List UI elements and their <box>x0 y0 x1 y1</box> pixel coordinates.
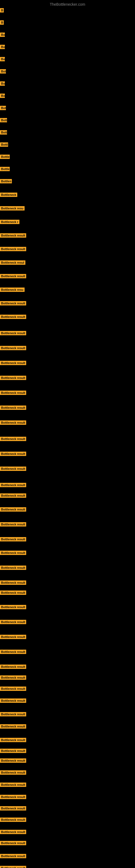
bottleneck-item: Bottleneck result <box>0 806 26 812</box>
bottleneck-item: Bottleneck result <box>0 247 26 252</box>
bottleneck-label: Bottleneck result <box>0 452 26 456</box>
bottleneck-item: Bottleneck result <box>0 758 26 764</box>
bottleneck-label: Bottleneck result <box>0 274 26 278</box>
bottleneck-item: Bottleneck resul <box>0 260 26 266</box>
bottleneck-label: Bottleneck result <box>0 565 26 570</box>
bottleneck-item: Bottleneck result <box>0 724 26 730</box>
bottleneck-item: Bottleneck result <box>0 712 26 717</box>
bottleneck-label: Bott <box>0 130 7 134</box>
bottleneck-label: Bott <box>0 118 7 122</box>
bottleneck-label: Bottleneck result <box>0 686 26 691</box>
bottleneck-label: Bottleneck result <box>0 331 26 335</box>
bottleneck-label: Bottl <box>0 143 8 147</box>
bottleneck-item: Bottleneck result <box>0 675 26 681</box>
bottleneck-item: Bottleneck result <box>0 483 26 488</box>
bottleneck-item: Bottleneck result <box>0 605 26 610</box>
bottleneck-label: Bottleneck result <box>0 233 26 238</box>
bottleneck-label: Bottleneck result <box>0 770 26 775</box>
bottleneck-label: Bottleneck result <box>0 507 26 512</box>
bottleneck-item: Bo <box>0 94 5 99</box>
bottleneck-item: Bottleneck result <box>0 467 26 472</box>
bottleneck-item: Bottleneck result <box>0 749 26 754</box>
bottleneck-label: Bottleneck result <box>0 437 26 441</box>
bottleneck-item: Bottleneck result <box>0 782 26 788</box>
bottleneck-item: Bottleneck result <box>0 493 26 499</box>
bottleneck-item: Bottleneck result <box>0 664 26 670</box>
bottleneck-item: B <box>0 8 4 13</box>
bottleneck-label: Bottleneck result <box>0 467 26 471</box>
bottleneck-item: Bottleneck result <box>0 817 26 823</box>
bottleneck-item: Bottleneck resu <box>0 206 25 212</box>
bottleneck-item: Bo <box>0 82 5 87</box>
bottleneck-label: Bottleneck resu <box>0 287 25 292</box>
bottleneck-item: Bottleneck result <box>0 565 26 571</box>
bottleneck-label: Bottleneck result <box>0 854 26 858</box>
bottleneck-item: Bo <box>0 45 5 50</box>
bottleneck-item: Bott <box>0 130 7 135</box>
bottleneck-label: Bottleneck result <box>0 724 26 728</box>
bottleneck-label: Bottleneck result <box>0 830 26 834</box>
bottleneck-label: Bottleneck result <box>0 590 26 595</box>
bottleneck-item: Bottleneck result <box>0 405 26 411</box>
bottleneck-item: Bottleneck result <box>0 620 26 625</box>
bottleneck-label: Bottleneck result <box>0 841 26 845</box>
bottleneck-item: Bottle <box>0 155 10 160</box>
bottleneck-item: Bottleneck <box>0 193 17 198</box>
bottleneck-label: Bottleneck result <box>0 493 26 498</box>
bottleneck-item: Bottle <box>0 167 10 172</box>
bottleneck-label: Bottleneck result <box>0 522 26 527</box>
bottleneck-label: Bottleneck result <box>0 817 26 822</box>
bottleneck-item: Bottleneck result <box>0 738 26 743</box>
bottleneck-label: Bottle <box>0 167 10 171</box>
bottleneck-item: Bottleneck result <box>0 233 26 239</box>
bottleneck-label: Bo <box>0 94 5 98</box>
bottleneck-label: Bottleneck result <box>0 581 26 585</box>
bottleneck-label: Bottleneck result <box>0 699 26 703</box>
bottleneck-label: Bot <box>0 69 6 73</box>
bottleneck-label: Bot <box>0 106 6 110</box>
bottleneck-item: Bott <box>0 118 7 123</box>
bottleneck-item: Bo <box>0 33 5 38</box>
bottleneck-label: Bottleneck result <box>0 315 26 319</box>
bottleneck-item: Bottleneck result <box>0 376 26 381</box>
bottleneck-item: Bottleneck result <box>0 830 26 835</box>
bottleneck-label: Bottleneck result <box>0 376 26 380</box>
bottleneck-item: Bottleneck result <box>0 301 26 307</box>
bottleneck-label: Bottleneck result <box>0 301 26 305</box>
bottleneck-label: Bottleneck result <box>0 247 26 251</box>
bottleneck-label: Bottleneck result <box>0 749 26 753</box>
bottleneck-item: Bo <box>0 57 5 62</box>
bottleneck-item: Bottleneck resu <box>0 287 25 293</box>
bottleneck-item: Bottleneck result <box>0 841 26 846</box>
bottleneck-label: Bottleneck result <box>0 421 26 425</box>
bottleneck-label: Bottleneck result <box>0 361 26 365</box>
bottleneck-item: Bottleneck result <box>0 346 26 351</box>
bottleneck-item: B <box>0 20 4 26</box>
bottleneck-item: Bottleneck result <box>0 391 26 396</box>
bottleneck-label: B <box>0 20 4 25</box>
bottleneck-item: Bottleneck result <box>0 361 26 366</box>
bottleneck-label: Bottleneck result <box>0 664 26 669</box>
bottleneck-item: Bottleneck result <box>0 795 26 800</box>
bottleneck-label: Bottleneck result <box>0 675 26 680</box>
bottleneck-item: Bottl <box>0 143 8 148</box>
bottleneck-item: Bottleneck result <box>0 537 26 542</box>
bottleneck-item: Bottleneck result <box>0 699 26 704</box>
bottleneck-label: Bottleneck result <box>0 758 26 763</box>
site-title: TheBottlenecker.com <box>0 0 135 9</box>
bottleneck-label: Bottleneck <box>0 193 17 197</box>
bottleneck-label: Bottleneck result <box>0 806 26 810</box>
bottleneck-item: Bottleneck result <box>0 452 26 457</box>
bottleneck-item: Bottleneck result <box>0 507 26 513</box>
bottleneck-label: Bottle <box>0 155 10 159</box>
bottleneck-item: Bottleneck result <box>0 522 26 528</box>
bottleneck-item: Bottleneck result <box>0 315 26 320</box>
bottleneck-label: Bottleneck result <box>0 782 26 787</box>
bottleneck-item: Bottleneck result <box>0 854 26 859</box>
bottleneck-label: Bottleneck resu <box>0 206 25 211</box>
bottleneck-item: Bottleneck result <box>0 331 26 336</box>
bottleneck-item: Bottleneck result <box>0 770 26 776</box>
bottleneck-label: Bottleneck result <box>0 605 26 609</box>
bottleneck-item: Bottleneck result <box>0 866 26 868</box>
bottleneck-item: Bottleneck result <box>0 650 26 655</box>
